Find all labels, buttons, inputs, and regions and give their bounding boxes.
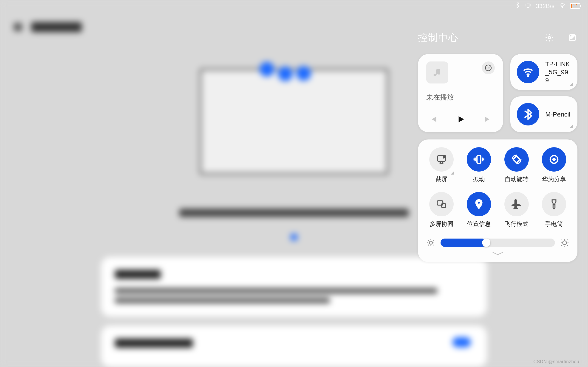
svg-rect-8 (477, 156, 481, 163)
toggle-location[interactable]: 位置信息 (463, 192, 496, 228)
toggle-vibrate[interactable]: 振动 (463, 147, 496, 183)
media-tile[interactable]: 未在播放 (418, 54, 503, 132)
flashlight-icon (548, 198, 560, 210)
toggle-label: 飞行模式 (505, 220, 528, 228)
expand-triangle-icon (570, 82, 573, 86)
svg-point-2 (548, 36, 551, 39)
brightness-row (425, 238, 571, 247)
watermark-label: CSDN @smartinzhou (533, 359, 579, 364)
control-center-panel: 控制中心 未在播放 (407, 0, 588, 367)
svg-rect-11 (437, 201, 443, 205)
media-play-button[interactable] (455, 114, 466, 125)
media-prev-button[interactable] (428, 114, 439, 125)
brightness-low-icon (426, 238, 435, 247)
control-center-title: 控制中心 (418, 31, 458, 44)
toggle-label: 截屏 (435, 175, 447, 183)
media-next-button[interactable] (482, 114, 493, 125)
screenshot-icon (436, 154, 447, 165)
toggle-airplane[interactable]: 飞行模式 (500, 192, 533, 228)
settings-button[interactable] (544, 33, 554, 43)
share-icon (548, 154, 560, 165)
svg-point-14 (553, 204, 555, 205)
brightness-slider-fill (441, 239, 486, 247)
toggle-huaweishare[interactable]: 华为分享 (538, 147, 571, 183)
svg-rect-9 (513, 156, 520, 163)
svg-point-15 (429, 241, 432, 244)
toggle-screenshot[interactable]: 截屏 (425, 147, 458, 183)
brightness-slider-thumb[interactable] (482, 239, 490, 247)
wifi-tile[interactable]: TP-LINK_5G_999 (510, 54, 578, 90)
panel-expand-handle[interactable] (425, 251, 571, 256)
toggle-multiscreen[interactable]: 多屏协同 (425, 192, 458, 228)
toggle-label: 位置信息 (467, 220, 491, 228)
airplane-icon (511, 198, 522, 210)
play-icon (456, 115, 465, 124)
edit-icon (568, 33, 577, 42)
audio-output-button[interactable] (482, 61, 495, 74)
bluetooth-icon (517, 103, 539, 125)
toggle-label: 振动 (473, 175, 485, 183)
toggle-label: 自动旋转 (505, 175, 528, 183)
toggle-autorotate[interactable]: 自动旋转 (500, 147, 533, 183)
svg-point-5 (527, 75, 529, 77)
skip-prev-icon (429, 115, 438, 124)
bluetooth-label: M-Pencil (545, 110, 570, 118)
toggle-label: 多屏协同 (430, 220, 453, 228)
wifi-label: TP-LINK_5G_999 (545, 60, 571, 84)
expand-triangle-icon (451, 171, 454, 175)
location-icon (473, 198, 485, 210)
skip-next-icon (483, 115, 493, 124)
edit-button[interactable] (567, 33, 578, 43)
gear-icon (545, 33, 554, 42)
svg-point-13 (478, 202, 480, 204)
music-placeholder-icon (426, 61, 448, 83)
brightness-high-icon (560, 238, 569, 247)
toggle-label: 华为分享 (542, 175, 566, 183)
toggle-grid: 截屏 振动 自动旋转 华为分享 多屏协同 位置信息 (425, 147, 571, 228)
brightness-slider[interactable] (441, 239, 555, 247)
chevron-down-icon (491, 251, 504, 256)
media-status-label: 未在播放 (426, 93, 495, 102)
audio-cast-icon (484, 64, 492, 72)
bluetooth-tile[interactable]: M-Pencil (510, 96, 578, 132)
svg-rect-12 (441, 204, 446, 208)
wifi-icon (517, 61, 539, 83)
autorotate-icon (511, 154, 522, 165)
vibrate-icon (473, 154, 485, 165)
quick-toggles-tile: 截屏 振动 自动旋转 华为分享 多屏协同 位置信息 (418, 140, 578, 262)
expand-triangle-icon (570, 124, 573, 128)
svg-point-16 (563, 241, 567, 245)
toggle-label: 手电筒 (545, 220, 563, 228)
control-center-header: 控制中心 (418, 31, 578, 44)
toggle-flashlight[interactable]: 手电筒 (538, 192, 571, 228)
multiscreen-icon (436, 198, 447, 210)
svg-point-10 (553, 158, 556, 161)
